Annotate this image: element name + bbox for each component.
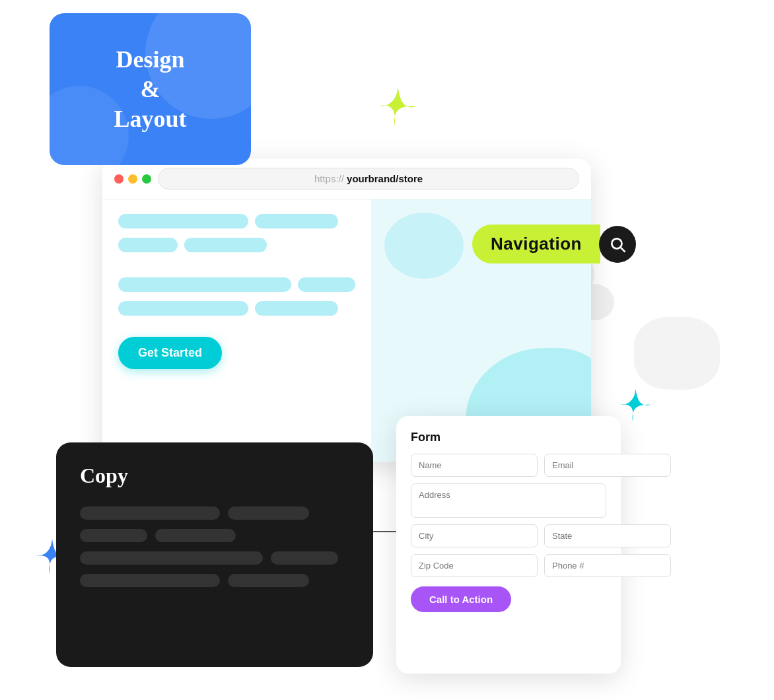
green-sparkle-icon (380, 86, 416, 127)
copy-bar (228, 574, 308, 587)
form-card: Form Call to Action (396, 416, 621, 674)
form-name-email-row (411, 454, 606, 477)
skeleton-bar (298, 277, 355, 292)
skeleton-bar (118, 277, 291, 292)
copy-card-title: Copy (80, 464, 349, 488)
design-card-title: Design & Layout (114, 45, 186, 134)
phone-input[interactable] (544, 554, 671, 577)
design-layout-card: Design & Layout (50, 13, 251, 165)
copy-bar (80, 551, 263, 565)
skeleton-row-4 (118, 301, 355, 316)
browser-left-panel: Get Started (102, 199, 371, 462)
copy-row-2 (80, 529, 349, 542)
design-title-line2: & (141, 76, 160, 102)
form-title: Form (411, 431, 606, 444)
gray-blob-right (634, 317, 720, 390)
skeleton-bar (118, 238, 178, 252)
browser-dots (114, 174, 151, 184)
zip-input[interactable] (411, 554, 538, 577)
browser-dot-green[interactable] (142, 174, 151, 184)
url-prefix: https:// (314, 173, 344, 184)
city-input[interactable] (411, 524, 538, 547)
form-zip-phone-row (411, 554, 606, 577)
browser-dot-yellow[interactable] (128, 174, 137, 184)
browser-dot-red[interactable] (114, 174, 123, 184)
skeleton-bar (184, 238, 267, 252)
copy-bar (271, 551, 338, 565)
skeleton-row-2 (118, 238, 355, 252)
call-to-action-button[interactable]: Call to Action (411, 586, 511, 612)
name-input[interactable] (411, 454, 538, 477)
copy-row-1 (80, 507, 349, 520)
email-input[interactable] (544, 454, 671, 477)
get-started-button[interactable]: Get Started (118, 337, 222, 369)
copy-bar (80, 529, 147, 542)
navigation-badge-text: Navigation (472, 225, 600, 263)
skeleton-bar (255, 301, 338, 316)
skeleton-bar (118, 214, 248, 228)
navigation-search-icon[interactable] (599, 226, 636, 263)
address-input[interactable] (411, 483, 606, 518)
browser-blob-2 (384, 213, 464, 279)
form-city-state-row (411, 524, 606, 547)
design-title-line1: Design (116, 46, 184, 73)
copy-card: Copy (56, 442, 373, 667)
copy-bar (228, 507, 308, 520)
state-input[interactable] (544, 524, 671, 547)
copy-bar (80, 507, 220, 520)
browser-url-bar[interactable]: https:// yourbrand/store (158, 168, 579, 190)
copy-row-3 (80, 551, 349, 565)
skeleton-row-1 (118, 214, 355, 228)
copy-row-4 (80, 574, 349, 587)
svg-line-1 (621, 247, 625, 251)
copy-bar (80, 574, 220, 587)
skeleton-bar (255, 214, 338, 228)
teal-sparkle-icon (621, 388, 651, 421)
navigation-badge: Navigation (472, 225, 636, 263)
url-domain: yourbrand/store (344, 173, 423, 184)
copy-bar (155, 529, 236, 542)
skeleton-row-3 (118, 277, 355, 292)
skeleton-bar (118, 301, 248, 316)
design-title-line3: Layout (114, 106, 186, 132)
